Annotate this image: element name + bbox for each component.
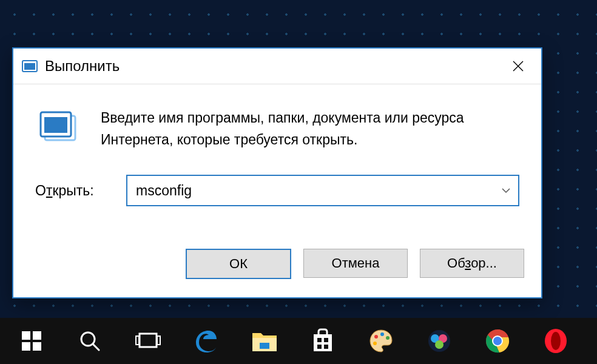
svg-point-23 — [374, 335, 378, 339]
opera-icon — [544, 328, 568, 354]
paintnet-button[interactable] — [410, 318, 468, 364]
svg-rect-20 — [324, 338, 328, 342]
svg-rect-14 — [136, 336, 139, 345]
svg-point-25 — [386, 336, 390, 340]
svg-point-33 — [493, 337, 502, 345]
taskbar — [0, 318, 597, 364]
store-button[interactable] — [294, 318, 352, 364]
store-icon — [310, 328, 336, 354]
run-icon-large — [35, 107, 83, 145]
close-button[interactable] — [500, 52, 536, 81]
cancel-button-label: Отмена — [332, 255, 380, 271]
svg-rect-7 — [22, 331, 30, 340]
instructions-text: Введите имя программы, папки, документа … — [101, 107, 489, 150]
svg-rect-13 — [140, 334, 157, 347]
svg-rect-15 — [157, 336, 160, 345]
svg-rect-17 — [260, 343, 269, 349]
open-input[interactable] — [127, 176, 494, 205]
chevron-down-icon — [501, 186, 511, 195]
browse-button[interactable]: Обзор... — [420, 249, 524, 278]
run-icon — [22, 59, 39, 73]
svg-point-24 — [380, 332, 384, 336]
start-button[interactable] — [2, 318, 61, 364]
paintnet-icon — [426, 328, 453, 354]
svg-point-26 — [373, 342, 377, 345]
file-explorer-button[interactable] — [235, 318, 294, 364]
cancel-button[interactable]: Отмена — [303, 249, 408, 278]
ok-button-label: ОК — [229, 256, 248, 272]
paint-button[interactable] — [352, 318, 410, 364]
run-dialog: Выполнить Введите имя программы, папки, … — [12, 47, 542, 298]
svg-rect-10 — [33, 342, 41, 351]
svg-rect-19 — [317, 338, 322, 342]
chrome-icon — [485, 328, 510, 354]
chrome-button[interactable] — [468, 318, 527, 364]
dialog-body: Введите имя программы, папки, документа … — [13, 84, 541, 249]
svg-line-12 — [93, 344, 99, 350]
dropdown-button[interactable] — [494, 176, 518, 205]
open-combobox[interactable] — [126, 175, 519, 206]
opera-button[interactable] — [527, 318, 585, 364]
search-icon — [78, 329, 102, 353]
task-view-button[interactable] — [119, 318, 177, 364]
search-button[interactable] — [61, 318, 119, 364]
browse-button-label: Обзор... — [447, 255, 497, 271]
desktop: Выполнить Введите имя программы, папки, … — [0, 0, 597, 364]
titlebar: Выполнить — [13, 49, 541, 84]
windows-icon — [21, 330, 42, 352]
close-icon — [512, 60, 524, 72]
button-row: ОК Отмена Обзор... — [13, 249, 541, 297]
svg-point-35 — [551, 332, 561, 350]
edge-button[interactable] — [177, 318, 235, 364]
svg-rect-8 — [33, 331, 41, 340]
ok-button[interactable]: ОК — [186, 249, 291, 279]
svg-rect-9 — [22, 342, 30, 351]
palette-icon — [368, 328, 394, 354]
task-view-icon — [135, 330, 161, 352]
svg-rect-6 — [44, 117, 67, 133]
svg-rect-22 — [324, 345, 328, 349]
folder-icon — [251, 329, 278, 352]
svg-rect-1 — [24, 63, 35, 70]
edge-icon — [194, 328, 219, 354]
dialog-title: Выполнить — [45, 58, 500, 75]
svg-rect-18 — [314, 334, 332, 351]
open-label: Открыть: — [35, 183, 108, 199]
svg-point-30 — [435, 340, 444, 349]
svg-rect-21 — [317, 345, 322, 349]
